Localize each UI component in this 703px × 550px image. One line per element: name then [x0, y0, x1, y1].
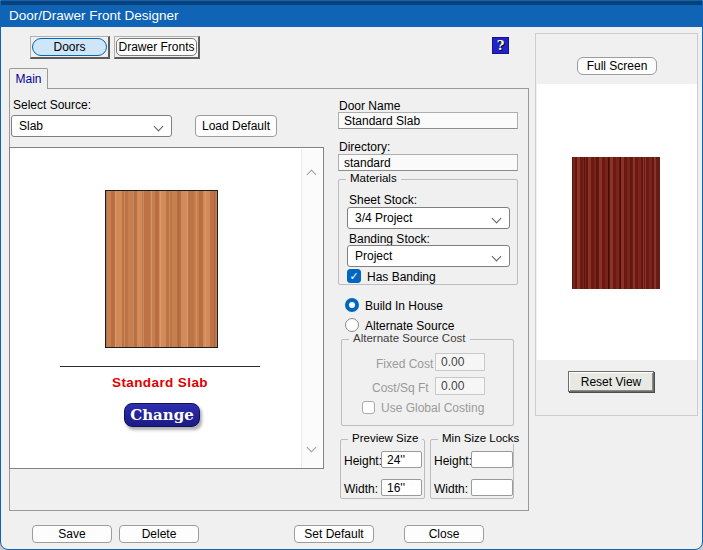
tab-main[interactable]: Main [9, 68, 48, 89]
window-title: Door/Drawer Front Designer [9, 8, 179, 23]
min-width-label: Width: [434, 482, 468, 496]
preview-width-field[interactable] [381, 479, 422, 496]
preview-divider-line [60, 366, 260, 367]
drawer-fronts-button-label: Drawer Fronts [118, 40, 194, 54]
alternate-source-cost-label: Alternate Source Cost [349, 332, 470, 344]
reset-view-label: Reset View [581, 375, 641, 389]
title-bar[interactable]: Door/Drawer Front Designer [1, 5, 702, 27]
min-height-field[interactable] [471, 451, 513, 468]
door-name-field[interactable] [338, 112, 518, 129]
preview-size-label: Preview Size [348, 432, 422, 444]
set-default-button-label: Set Default [304, 527, 363, 541]
materials-group-label: Materials [346, 172, 401, 184]
door-drawer-front-designer-window: Door/Drawer Front Designer Doors Drawer … [0, 0, 703, 550]
door-3d-render [572, 157, 660, 289]
delete-button[interactable]: Delete [119, 525, 199, 543]
select-source-value: Slab [19, 119, 43, 133]
full-screen-label: Full Screen [587, 59, 648, 73]
build-in-house-radio[interactable] [345, 298, 359, 312]
banding-stock-label: Banding Stock: [349, 232, 430, 246]
help-icon[interactable]: ? [492, 37, 509, 54]
door-name-label: Door Name [339, 99, 400, 113]
use-global-costing-checkbox[interactable] [362, 401, 375, 414]
door-preview-image [105, 190, 218, 348]
tab-join [10, 88, 47, 90]
sheet-stock-value: 3/4 Project [355, 211, 412, 225]
load-default-label: Load Default [202, 119, 270, 133]
door-3d-view-panel: Full Screen Reset View [535, 33, 698, 416]
sheet-stock-label: Sheet Stock: [349, 193, 417, 207]
alternate-source-label: Alternate Source [365, 319, 454, 333]
close-button[interactable]: Close [404, 525, 484, 543]
fixed-cost-label: Fixed Cost [376, 357, 433, 371]
use-global-costing-label: Use Global Costing [381, 401, 484, 415]
drawer-fronts-button-frame: Drawer Fronts [114, 36, 200, 59]
doors-button-label: Doors [53, 40, 85, 54]
tab-main-label: Main [15, 72, 41, 86]
reset-view-button[interactable]: Reset View [568, 371, 654, 392]
select-source-dropdown[interactable]: Slab [11, 115, 172, 137]
chevron-down-icon[interactable] [307, 443, 317, 453]
drawer-fronts-button[interactable]: Drawer Fronts [116, 38, 197, 56]
directory-label: Directory: [339, 140, 390, 154]
chevron-down-icon [154, 122, 164, 132]
door-preview-panel: Standard Slab Change [9, 147, 324, 469]
load-default-button[interactable]: Load Default [195, 115, 277, 137]
min-width-field[interactable] [471, 479, 513, 496]
door-3d-viewport[interactable] [537, 84, 697, 360]
build-in-house-label: Build In House [365, 299, 443, 313]
change-button-label: Change [130, 406, 194, 424]
doors-button-frame: Doors [30, 36, 110, 59]
preview-height-label: Height: [344, 454, 382, 468]
banding-stock-dropdown[interactable]: Project [347, 245, 510, 267]
change-button[interactable]: Change [124, 403, 200, 427]
has-banding-checkbox[interactable]: ✓ [347, 269, 361, 283]
chevron-down-icon [492, 214, 502, 224]
banding-stock-value: Project [355, 249, 392, 263]
save-button[interactable]: Save [32, 525, 112, 543]
min-size-locks-label: Min Size Locks [438, 432, 523, 444]
sheet-stock-dropdown[interactable]: 3/4 Project [347, 207, 510, 229]
close-button-label: Close [429, 527, 460, 541]
has-banding-label: Has Banding [367, 270, 436, 284]
cost-sqft-label: Cost/Sq Ft [372, 381, 429, 395]
select-source-label: Select Source: [13, 98, 91, 112]
save-button-label: Save [58, 527, 85, 541]
preview-scrollbar[interactable] [301, 149, 322, 468]
preview-width-label: Width: [344, 482, 378, 496]
alternate-source-radio[interactable] [345, 318, 359, 332]
preview-height-field[interactable] [381, 451, 422, 468]
set-default-button[interactable]: Set Default [294, 525, 374, 543]
cost-sqft-field[interactable] [435, 377, 485, 395]
directory-field[interactable] [338, 154, 518, 171]
chevron-up-icon[interactable] [307, 170, 317, 180]
question-mark-glyph: ? [497, 38, 505, 53]
min-height-label: Height: [434, 454, 472, 468]
doors-button[interactable]: Doors [32, 38, 107, 56]
door-style-label: Standard Slab [10, 375, 310, 390]
delete-button-label: Delete [142, 527, 177, 541]
full-screen-button[interactable]: Full Screen [577, 57, 657, 75]
check-icon: ✓ [349, 270, 358, 283]
fixed-cost-field[interactable] [435, 353, 485, 371]
chevron-down-icon [492, 252, 502, 262]
